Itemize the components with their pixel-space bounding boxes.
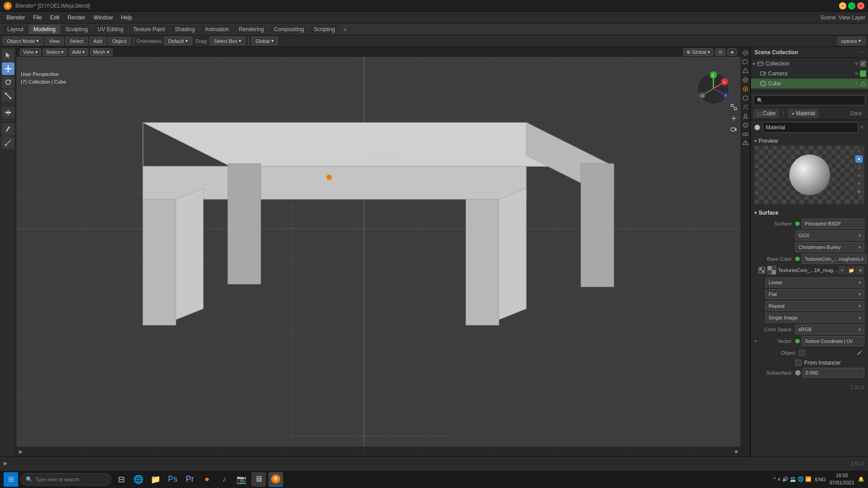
taskbar-chrome[interactable]: 🌐 <box>131 472 146 487</box>
world-props-icon[interactable] <box>741 76 750 84</box>
close-button[interactable]: × <box>857 2 864 9</box>
transform-global-btn[interactable]: Global ▾ <box>251 37 278 45</box>
preview-hair-icon[interactable]: ≡ <box>855 180 863 187</box>
rotate-tool[interactable] <box>2 76 14 89</box>
tree-item-camera[interactable]: Camera 👁 <box>751 69 868 79</box>
add-workspace-button[interactable]: + <box>340 24 349 34</box>
modifier-props-icon[interactable] <box>741 94 750 102</box>
base-color-field[interactable]: TexturesCom_... roughness.ti <box>802 254 867 264</box>
orientation-selector[interactable]: Default ▾ <box>164 37 192 45</box>
taskbar-search[interactable]: 🔍 Type here to search <box>21 473 111 486</box>
viewport-shading-btn[interactable]: ● <box>727 48 737 56</box>
texture-type-toggle[interactable] <box>758 267 765 274</box>
constraints-icon[interactable] <box>741 130 750 138</box>
maximize-button[interactable]: □ <box>848 2 855 9</box>
options-btn[interactable]: options ▾ <box>837 37 865 45</box>
data-props-icon[interactable] <box>741 139 750 147</box>
tab-shading[interactable]: Shading <box>170 25 199 34</box>
camera-view-btn[interactable] <box>729 125 739 135</box>
menu-help[interactable]: Help <box>117 14 136 22</box>
menu-edit[interactable]: Edit <box>47 14 63 22</box>
tree-item-cube[interactable]: Cube 👁 <box>751 79 868 89</box>
subsurface-value-field[interactable]: 0.000 <box>802 368 864 378</box>
surface-section-title[interactable]: ▾ Surface <box>755 208 864 218</box>
extension-dropdown[interactable]: Flat <box>765 289 864 299</box>
pan-btn[interactable] <box>729 113 739 123</box>
material-name-tab[interactable]: ● Material <box>788 109 819 118</box>
view-button[interactable]: View <box>45 37 64 45</box>
tab-scripting[interactable]: Scripting <box>309 25 340 34</box>
cube-eye-icon[interactable]: 👁 <box>854 81 859 86</box>
annotate-tool[interactable] <box>2 123 14 136</box>
collection-eye-icon[interactable]: 👁 <box>854 61 859 66</box>
menu-blender[interactable]: Blender <box>3 14 28 22</box>
taskbar-app9[interactable]: 🖥 <box>251 472 266 487</box>
add-menu-btn[interactable]: Add ▾ <box>69 48 88 56</box>
scene-collection-more[interactable]: ⋯ <box>858 49 864 56</box>
object-mode-selector[interactable]: Object Mode ▾ <box>3 37 43 45</box>
mesh-menu-btn[interactable]: Mesh ▾ <box>90 48 113 56</box>
taskbar-photoshop[interactable]: Ps <box>165 472 180 487</box>
navigation-gizmo[interactable]: X -X Z Y <box>695 70 731 107</box>
shader-field[interactable]: Principled BSDF <box>802 219 864 229</box>
object-button[interactable]: Object <box>108 37 131 45</box>
preview-world-icon[interactable]: ⊕ <box>855 188 863 195</box>
texture-unlink-btn[interactable]: ✕ <box>856 266 864 274</box>
camera-check[interactable] <box>860 70 866 77</box>
taskbar-task-view[interactable]: ⊟ <box>114 472 128 487</box>
tab-layout[interactable]: Layout <box>3 25 28 34</box>
material-settings-icon[interactable]: ✕ <box>860 124 864 131</box>
taskbar-app6[interactable]: ● <box>200 472 214 487</box>
add-button[interactable]: Add <box>90 37 107 45</box>
global-transform-btn[interactable]: ⊕ Global ▾ <box>683 48 713 56</box>
tab-texture-paint[interactable]: Texture Paint <box>129 25 170 34</box>
tab-modeling[interactable]: Modeling <box>29 25 60 34</box>
tab-compositing[interactable]: Compositing <box>269 25 309 34</box>
tab-animation[interactable]: Animation <box>200 25 233 34</box>
taskbar-premiere[interactable]: Pr <box>183 472 197 487</box>
interpolation-dropdown[interactable]: Linear <box>765 277 864 287</box>
menu-window[interactable]: Window <box>90 14 117 22</box>
preview-header[interactable]: ▾ Preview <box>755 136 864 145</box>
zoom-to-fit-btn[interactable] <box>729 102 739 112</box>
material-tab-btn[interactable]: ◻ Cube <box>754 109 779 118</box>
distribution-dropdown[interactable]: GGX <box>795 230 864 240</box>
preview-sphere-icon[interactable]: ● <box>855 155 863 163</box>
select-menu-btn[interactable]: Select ▾ <box>43 48 67 56</box>
taskbar-app8[interactable]: 📷 <box>234 472 249 487</box>
colorspace-value-field[interactable]: sRGB <box>795 324 864 334</box>
projection-dropdown[interactable]: Single Image <box>765 313 864 323</box>
tree-item-collection[interactable]: ▾ Collection 👁 ✓ <box>751 59 868 69</box>
object-edit-icon[interactable] <box>807 348 864 358</box>
cursor-tool[interactable] <box>2 49 14 61</box>
data-tab-btn[interactable]: Data <box>847 109 865 118</box>
subsurface-method-dropdown[interactable]: Christensen-Burley <box>795 242 864 252</box>
from-instancer-checkbox[interactable] <box>795 360 802 366</box>
menu-render[interactable]: Render <box>64 14 89 22</box>
object-props-icon[interactable] <box>741 85 750 93</box>
taskbar-app7[interactable]: ♪ <box>217 472 231 487</box>
props-search-input[interactable] <box>754 95 865 105</box>
taskbar-blender-active[interactable]: B <box>269 472 283 487</box>
particle-props-icon[interactable] <box>741 103 750 111</box>
select-button[interactable]: Select <box>66 37 88 45</box>
tab-rendering[interactable]: Rendering <box>234 25 268 34</box>
vector-field[interactable]: Texture Coordinate | UV <box>802 336 864 346</box>
texture-open-btn[interactable]: 📁 <box>847 266 855 274</box>
viewport[interactable]: View ▾ Select ▾ Add ▾ Mesh ▾ ⊕ Global ▾ … <box>16 47 741 456</box>
camera-eye-icon[interactable]: 👁 <box>854 71 859 76</box>
taskbar-explorer[interactable]: 📁 <box>148 472 163 487</box>
texture-new-btn[interactable]: + <box>838 266 846 274</box>
material-name-input[interactable] <box>763 122 858 133</box>
render-props-icon[interactable] <box>741 49 750 57</box>
collection-check[interactable]: ✓ <box>860 61 866 67</box>
transform-tool[interactable] <box>2 106 14 119</box>
preview-flat-icon[interactable]: ○ <box>855 147 863 155</box>
measure-tool[interactable] <box>2 136 14 149</box>
taskbar-notification[interactable]: 🔔 <box>858 476 864 482</box>
vector-collapse[interactable]: ▾ <box>755 339 758 343</box>
move-tool[interactable] <box>2 62 14 75</box>
tab-sculpting[interactable]: Sculpting <box>61 25 92 34</box>
tab-uv-editing[interactable]: UV Editing <box>93 25 128 34</box>
scale-tool[interactable] <box>2 89 14 102</box>
